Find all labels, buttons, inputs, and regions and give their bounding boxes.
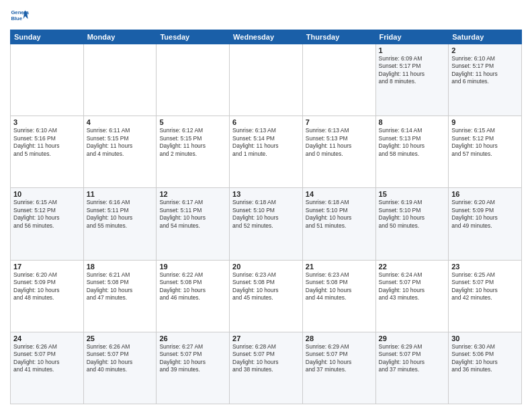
day-number: 2 [451,46,519,54]
day-cell-27: 27Sunrise: 6:28 AM Sunset: 5:07 PM Dayli… [230,332,303,404]
calendar-table: SundayMondayTuesdayWednesdayThursdayFrid… [10,30,522,404]
weekday-header-friday: Friday [375,30,449,44]
day-info: Sunrise: 6:24 AM Sunset: 5:07 PM Dayligh… [379,271,446,302]
day-cell-9: 9Sunrise: 6:15 AM Sunset: 5:12 PM Daylig… [449,116,522,188]
day-number: 1 [379,46,446,54]
weekday-header-row: SundayMondayTuesdayWednesdayThursdayFrid… [11,30,522,44]
day-number: 30 [451,334,519,342]
day-number: 5 [159,118,226,126]
day-number: 29 [379,334,446,342]
day-info: Sunrise: 6:16 AM Sunset: 5:11 PM Dayligh… [87,199,154,230]
weekday-header-saturday: Saturday [449,30,522,44]
day-cell-10: 10Sunrise: 6:15 AM Sunset: 5:12 PM Dayli… [11,188,84,260]
day-cell-29: 29Sunrise: 6:29 AM Sunset: 5:07 PM Dayli… [375,332,449,404]
day-info: Sunrise: 6:15 AM Sunset: 5:12 PM Dayligh… [451,127,519,158]
day-info: Sunrise: 6:18 AM Sunset: 5:10 PM Dayligh… [306,199,373,230]
day-cell-26: 26Sunrise: 6:27 AM Sunset: 5:07 PM Dayli… [157,332,230,404]
empty-cell [157,44,230,116]
week-row-5: 24Sunrise: 6:26 AM Sunset: 5:07 PM Dayli… [11,332,522,404]
day-info: Sunrise: 6:20 AM Sunset: 5:09 PM Dayligh… [13,271,81,302]
day-info: Sunrise: 6:29 AM Sunset: 5:07 PM Dayligh… [379,343,446,374]
weekday-header-tuesday: Tuesday [157,30,230,44]
day-info: Sunrise: 6:23 AM Sunset: 5:08 PM Dayligh… [306,271,373,302]
day-info: Sunrise: 6:21 AM Sunset: 5:08 PM Dayligh… [87,271,154,302]
day-info: Sunrise: 6:22 AM Sunset: 5:08 PM Dayligh… [159,271,226,302]
day-cell-19: 19Sunrise: 6:22 AM Sunset: 5:08 PM Dayli… [157,260,230,332]
day-info: Sunrise: 6:26 AM Sunset: 5:07 PM Dayligh… [87,343,154,374]
day-cell-3: 3Sunrise: 6:10 AM Sunset: 5:16 PM Daylig… [11,116,84,188]
day-cell-21: 21Sunrise: 6:23 AM Sunset: 5:08 PM Dayli… [302,260,375,332]
logo: General Blue [10,7,29,26]
day-info: Sunrise: 6:12 AM Sunset: 5:15 PM Dayligh… [159,127,226,158]
day-number: 18 [87,263,154,271]
day-number: 13 [232,190,300,198]
day-number: 17 [13,263,81,271]
day-cell-28: 28Sunrise: 6:29 AM Sunset: 5:07 PM Dayli… [302,332,375,404]
day-cell-15: 15Sunrise: 6:19 AM Sunset: 5:10 PM Dayli… [375,188,449,260]
day-number: 10 [13,190,81,198]
page: General Blue SundayMondayTuesdayWednesda… [0,0,532,411]
day-cell-12: 12Sunrise: 6:17 AM Sunset: 5:11 PM Dayli… [157,188,230,260]
day-cell-7: 7Sunrise: 6:13 AM Sunset: 5:13 PM Daylig… [302,116,375,188]
weekday-header-thursday: Thursday [302,30,375,44]
weekday-header-sunday: Sunday [11,30,84,44]
day-info: Sunrise: 6:17 AM Sunset: 5:11 PM Dayligh… [159,199,226,230]
weekday-header-wednesday: Wednesday [230,30,303,44]
week-row-2: 3Sunrise: 6:10 AM Sunset: 5:16 PM Daylig… [11,116,522,188]
day-cell-18: 18Sunrise: 6:21 AM Sunset: 5:08 PM Dayli… [83,260,157,332]
day-number: 6 [232,118,300,126]
header: General Blue [10,7,522,26]
day-info: Sunrise: 6:13 AM Sunset: 5:13 PM Dayligh… [306,127,373,158]
day-number: 24 [13,334,81,342]
week-row-3: 10Sunrise: 6:15 AM Sunset: 5:12 PM Dayli… [11,188,522,260]
day-info: Sunrise: 6:15 AM Sunset: 5:12 PM Dayligh… [13,199,81,230]
day-number: 25 [87,334,154,342]
day-number: 20 [232,263,300,271]
day-number: 11 [87,190,154,198]
day-info: Sunrise: 6:11 AM Sunset: 5:15 PM Dayligh… [87,127,154,158]
empty-cell [11,44,84,116]
day-info: Sunrise: 6:19 AM Sunset: 5:10 PM Dayligh… [379,199,446,230]
day-cell-22: 22Sunrise: 6:24 AM Sunset: 5:07 PM Dayli… [375,260,449,332]
day-info: Sunrise: 6:28 AM Sunset: 5:07 PM Dayligh… [232,343,300,374]
day-number: 7 [306,118,373,126]
day-cell-8: 8Sunrise: 6:14 AM Sunset: 5:13 PM Daylig… [375,116,449,188]
day-info: Sunrise: 6:23 AM Sunset: 5:08 PM Dayligh… [232,271,300,302]
svg-text:Blue: Blue [11,15,22,21]
day-cell-11: 11Sunrise: 6:16 AM Sunset: 5:11 PM Dayli… [83,188,157,260]
day-number: 27 [232,334,300,342]
day-number: 16 [451,190,519,198]
day-info: Sunrise: 6:27 AM Sunset: 5:07 PM Dayligh… [159,343,226,374]
day-cell-16: 16Sunrise: 6:20 AM Sunset: 5:09 PM Dayli… [449,188,522,260]
day-cell-1: 1Sunrise: 6:09 AM Sunset: 5:17 PM Daylig… [375,44,449,116]
day-info: Sunrise: 6:26 AM Sunset: 5:07 PM Dayligh… [13,343,81,374]
day-cell-30: 30Sunrise: 6:30 AM Sunset: 5:06 PM Dayli… [449,332,522,404]
day-cell-6: 6Sunrise: 6:13 AM Sunset: 5:14 PM Daylig… [230,116,303,188]
weekday-header-monday: Monday [83,30,157,44]
day-number: 19 [159,263,226,271]
day-number: 3 [13,118,81,126]
day-number: 22 [379,263,446,271]
empty-cell [83,44,157,116]
day-number: 15 [379,190,446,198]
day-info: Sunrise: 6:29 AM Sunset: 5:07 PM Dayligh… [306,343,373,374]
empty-cell [302,44,375,116]
day-info: Sunrise: 6:13 AM Sunset: 5:14 PM Dayligh… [232,127,300,158]
day-cell-2: 2Sunrise: 6:10 AM Sunset: 5:17 PM Daylig… [449,44,522,116]
day-number: 14 [306,190,373,198]
day-cell-25: 25Sunrise: 6:26 AM Sunset: 5:07 PM Dayli… [83,332,157,404]
day-info: Sunrise: 6:10 AM Sunset: 5:16 PM Dayligh… [13,127,81,158]
day-info: Sunrise: 6:30 AM Sunset: 5:06 PM Dayligh… [451,343,519,374]
day-cell-4: 4Sunrise: 6:11 AM Sunset: 5:15 PM Daylig… [83,116,157,188]
day-info: Sunrise: 6:10 AM Sunset: 5:17 PM Dayligh… [451,55,519,86]
day-cell-14: 14Sunrise: 6:18 AM Sunset: 5:10 PM Dayli… [302,188,375,260]
day-info: Sunrise: 6:14 AM Sunset: 5:13 PM Dayligh… [379,127,446,158]
day-cell-20: 20Sunrise: 6:23 AM Sunset: 5:08 PM Dayli… [230,260,303,332]
week-row-1: 1Sunrise: 6:09 AM Sunset: 5:17 PM Daylig… [11,44,522,116]
day-cell-23: 23Sunrise: 6:25 AM Sunset: 5:07 PM Dayli… [449,260,522,332]
empty-cell [230,44,303,116]
logo-icon: General Blue [10,7,29,26]
day-cell-17: 17Sunrise: 6:20 AM Sunset: 5:09 PM Dayli… [11,260,84,332]
day-number: 9 [451,118,519,126]
day-number: 21 [306,263,373,271]
